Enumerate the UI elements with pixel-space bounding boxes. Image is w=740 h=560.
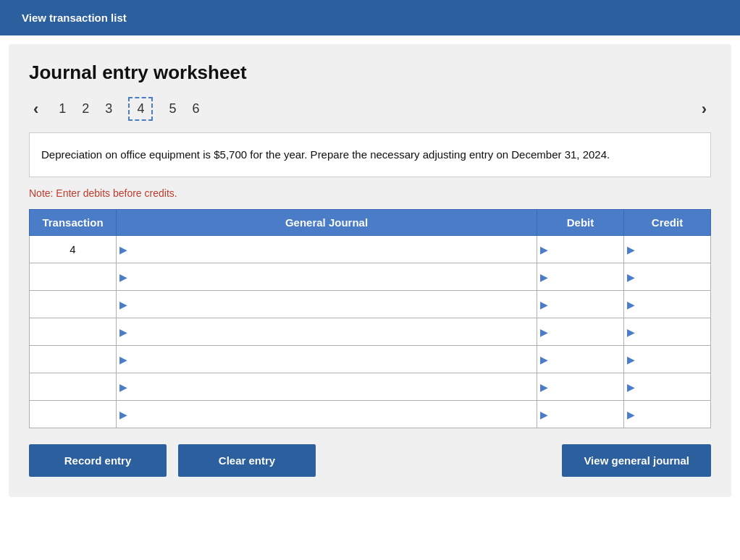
transaction-cell-3 xyxy=(30,318,117,346)
credit-cell-3[interactable]: ▶ xyxy=(624,318,711,346)
top-bar: View transaction list xyxy=(0,0,740,35)
next-page-button[interactable]: › xyxy=(697,98,711,120)
debit-input-3[interactable] xyxy=(537,318,623,345)
journal-input-3[interactable] xyxy=(117,318,537,345)
debit-cell-1[interactable]: ▶ xyxy=(537,263,624,291)
debit-input-1[interactable] xyxy=(537,263,623,290)
main-container: Journal entry worksheet ‹ 1 2 3 4 5 6 › … xyxy=(9,44,731,497)
debit-cell-0[interactable]: ▶ xyxy=(537,236,624,263)
col-credit: Credit xyxy=(624,210,711,236)
debit-input-4[interactable] xyxy=(537,346,623,373)
table-row: ▶▶▶ xyxy=(30,346,711,373)
journal-cell-5[interactable]: ▶ xyxy=(117,373,537,401)
worksheet-title: Journal entry worksheet xyxy=(29,61,711,84)
transaction-cell-0: 4 xyxy=(30,236,117,263)
col-transaction: Transaction xyxy=(30,210,117,236)
credit-cell-6[interactable]: ▶ xyxy=(624,401,711,428)
description-box: Depreciation on office equipment is $5,7… xyxy=(29,132,711,177)
journal-cell-3[interactable]: ▶ xyxy=(117,318,537,346)
prev-page-button[interactable]: ‹ xyxy=(29,98,43,120)
credit-input-2[interactable] xyxy=(624,291,710,318)
view-transaction-button[interactable]: View transaction list xyxy=(14,7,134,28)
credit-input-4[interactable] xyxy=(624,346,710,373)
debit-cell-4[interactable]: ▶ xyxy=(537,346,624,373)
credit-cell-5[interactable]: ▶ xyxy=(624,373,711,401)
transaction-cell-4 xyxy=(30,346,117,373)
credit-cell-1[interactable]: ▶ xyxy=(624,263,711,291)
debit-cell-5[interactable]: ▶ xyxy=(537,373,624,401)
journal-cell-6[interactable]: ▶ xyxy=(117,401,537,428)
credit-cell-2[interactable]: ▶ xyxy=(624,291,711,318)
clear-entry-button[interactable]: Clear entry xyxy=(178,444,316,477)
credit-cell-0[interactable]: ▶ xyxy=(624,236,711,263)
page-2[interactable]: 2 xyxy=(82,101,89,116)
transaction-cell-1 xyxy=(30,263,117,291)
table-row: ▶▶▶ xyxy=(30,291,711,318)
bottom-buttons: Record entry Clear entry View general jo… xyxy=(29,444,711,477)
table-row: ▶▶▶ xyxy=(30,373,711,401)
col-general-journal: General Journal xyxy=(117,210,537,236)
journal-input-1[interactable] xyxy=(117,263,537,290)
col-debit: Debit xyxy=(537,210,624,236)
debit-cell-2[interactable]: ▶ xyxy=(537,291,624,318)
pagination: ‹ 1 2 3 4 5 6 › xyxy=(29,97,711,121)
journal-cell-2[interactable]: ▶ xyxy=(117,291,537,318)
debit-input-2[interactable] xyxy=(537,291,623,318)
view-general-journal-button[interactable]: View general journal xyxy=(562,444,711,477)
credit-cell-4[interactable]: ▶ xyxy=(624,346,711,373)
credit-input-5[interactable] xyxy=(624,373,710,400)
journal-input-2[interactable] xyxy=(117,291,537,318)
journal-table: Transaction General Journal Debit Credit… xyxy=(29,209,711,428)
debit-input-6[interactable] xyxy=(537,401,623,428)
table-row: ▶▶▶ xyxy=(30,318,711,346)
credit-input-1[interactable] xyxy=(624,263,710,290)
credit-input-3[interactable] xyxy=(624,318,710,345)
debit-input-5[interactable] xyxy=(537,373,623,400)
journal-input-4[interactable] xyxy=(117,346,537,373)
page-3[interactable]: 3 xyxy=(105,101,112,116)
page-5[interactable]: 5 xyxy=(169,101,176,116)
record-entry-button[interactable]: Record entry xyxy=(29,444,167,477)
journal-input-0[interactable] xyxy=(117,236,537,263)
page-4-active[interactable]: 4 xyxy=(128,97,153,121)
journal-input-5[interactable] xyxy=(117,373,537,400)
credit-input-0[interactable] xyxy=(624,236,710,263)
journal-input-6[interactable] xyxy=(117,401,537,428)
debit-input-0[interactable] xyxy=(537,236,623,263)
table-row: 4▶▶▶ xyxy=(30,236,711,263)
journal-cell-0[interactable]: ▶ xyxy=(117,236,537,263)
journal-cell-4[interactable]: ▶ xyxy=(117,346,537,373)
journal-cell-1[interactable]: ▶ xyxy=(117,263,537,291)
transaction-cell-5 xyxy=(30,373,117,401)
page-6[interactable]: 6 xyxy=(192,101,199,116)
table-row: ▶▶▶ xyxy=(30,401,711,428)
description-text: Depreciation on office equipment is $5,7… xyxy=(41,148,610,161)
note-text: Note: Enter debits before credits. xyxy=(29,187,711,199)
debit-cell-6[interactable]: ▶ xyxy=(537,401,624,428)
transaction-cell-2 xyxy=(30,291,117,318)
table-header-row: Transaction General Journal Debit Credit xyxy=(30,210,711,236)
debit-cell-3[interactable]: ▶ xyxy=(537,318,624,346)
page-1[interactable]: 1 xyxy=(59,101,66,116)
credit-input-6[interactable] xyxy=(624,401,710,428)
table-row: ▶▶▶ xyxy=(30,263,711,291)
transaction-cell-6 xyxy=(30,401,117,428)
